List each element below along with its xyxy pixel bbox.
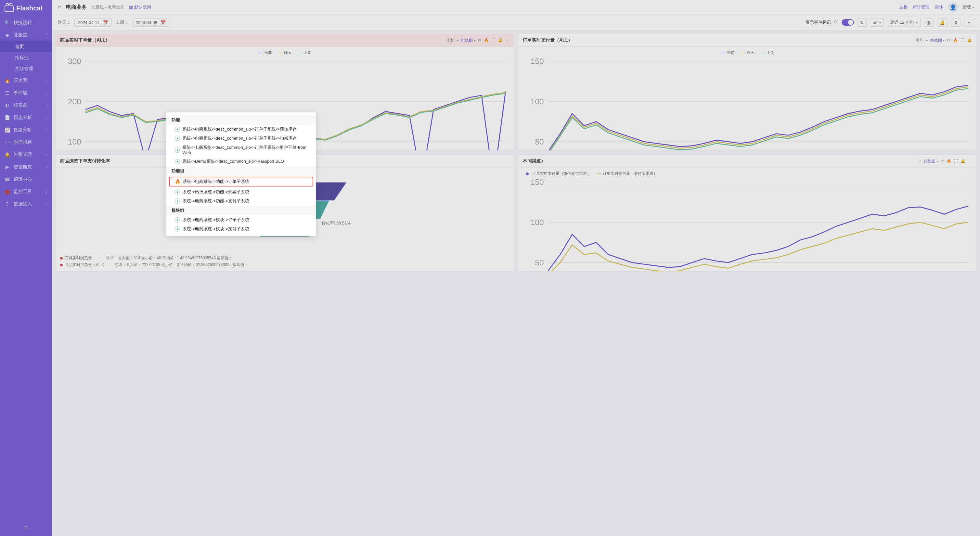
panel-refresh-icon[interactable]: ⟳ [941, 159, 944, 164]
event-marker-label: 展示事件标记 [805, 19, 831, 25]
link-docs[interactable]: 文档 [899, 4, 908, 10]
alert-bell-icon[interactable]: 🔔 [967, 38, 972, 43]
agg-label: 求和 [447, 38, 454, 43]
alert-bell-icon[interactable]: 🔔 [498, 38, 503, 43]
sidebar-item-label: 数据接入 [14, 201, 32, 207]
expand-icon[interactable]: ⛶ [961, 38, 964, 43]
toolbar: 昨天： 2024-04-14 📅 上周： 2024-04-08 📅 展示事件标记… [52, 14, 980, 30]
logo: Flashcat [0, 0, 52, 17]
header-bar: ⇄ 电商业务 北极星 / 电商业务 ▦ 默认空间 文档 审计管理 简体 👤 超管… [52, 0, 980, 14]
panel-header: 商品实时下单量（ALL） 求和▾ 折线图 ▾ ⟳ 🔥 ⛶ 🔔 ⋮ [56, 34, 514, 47]
line-chart[interactable]: 05010015012:0015:0018:0021:00 [523, 178, 972, 272]
sidebar-subitem[interactable]: 关联管理 [0, 64, 52, 75]
lastweek-date-picker[interactable]: 2024-04-08 📅 [132, 19, 170, 27]
popover-item[interactable]: ●系统->电商系统->功能->支付子系统 [166, 197, 316, 206]
yesterday-date: 2024-04-14 [78, 20, 100, 25]
refresh-button[interactable]: ↻ [857, 19, 867, 27]
sidebar-quick-jump[interactable]: 🔍 快捷跳转 [0, 17, 52, 29]
sidebar-item[interactable]: 🔥灭火图› [0, 75, 52, 87]
chart-type-select[interactable]: 折线图 ▾ [930, 38, 945, 43]
auto-refresh-select[interactable]: off ▾ [870, 19, 884, 27]
more-icon[interactable]: ⋮ [505, 38, 509, 43]
info-icon[interactable]: ⓘ [834, 19, 838, 25]
user-avatar[interactable]: 👤 [948, 3, 958, 12]
panel-payment-channels: 不同渠道） ▽ 折线图 ▾ ⟳ 🔥 ⛶ 🔔 ⋮ 订单实时支付量（微信支付渠道） [518, 154, 977, 272]
stat-row-name: 商城实时浏览量 [65, 256, 92, 260]
popover-item[interactable]: ●系统->电商系统->desc_common_slo->订单子系统->预扣库存 [166, 125, 316, 134]
droplet-icon: ● [175, 199, 180, 204]
settings-button[interactable]: ⚙ [951, 19, 961, 27]
popover-item[interactable]: ●系统->Demo系统->desc_common_slo->Passport S… [166, 157, 316, 166]
droplet-icon: ● [175, 159, 180, 164]
popover-item-label: 系统->电商系统->desc_common_slo->订单子系统->扣减库存 [183, 135, 297, 141]
nav-icon: ☎ [5, 177, 10, 182]
svg-text:200: 200 [68, 97, 81, 106]
sidebar-item[interactable]: 🧰监控工具› [0, 186, 52, 198]
sidebar-collapse-button[interactable]: ≡ [0, 520, 52, 536]
fire-icon[interactable]: 🔥 [947, 159, 951, 164]
popover-item[interactable]: ●系统->电商系统->模块->订单子系统 [166, 215, 316, 224]
chevron-down-icon: ˅ [46, 33, 48, 37]
dropdown-popover: 功能 ●系统->电商系统->desc_common_slo->订单子系统->预扣… [166, 112, 316, 236]
sidebar-item[interactable]: ↧数据接入› [0, 198, 52, 210]
chart-legend: 订单实时支付量（微信支付渠道） 订单实时支付量（支付宝渠道） [523, 171, 972, 177]
user-name: 超管 [963, 4, 971, 10]
space-selector[interactable]: ▦ 默认空间 [129, 4, 151, 10]
panel-refresh-icon[interactable]: ⟳ [478, 38, 481, 43]
time-range-select[interactable]: 最近 12 小时 ▾ [887, 18, 921, 27]
panel-title: 订单实时支付量（ALL） [523, 37, 573, 43]
popover-item[interactable]: ●系统->出行系统->功能->乘客子系统 [166, 188, 316, 197]
page-title: 电商业务 [66, 4, 87, 11]
panel-title: 不同渠道） [523, 158, 546, 164]
layout-button[interactable]: ▥ [924, 19, 934, 27]
chart-type-select[interactable]: 折线图 ▾ [924, 159, 938, 164]
popover-item-label: 系统->电商系统->模块->订单子系统 [183, 217, 249, 223]
expand-icon[interactable]: ⛶ [491, 38, 495, 43]
alert-bell-icon[interactable]: 🔔 [961, 159, 966, 164]
popover-item[interactable]: ●系统->电商系统->模块->支付子系统 [166, 224, 316, 234]
chart-legend: 当前 昨天 上周 [523, 50, 972, 56]
line-chart[interactable]: 05010015012:0015:0018:0021:00 [523, 57, 972, 151]
sidebar-item-label: 事件墙 [14, 90, 27, 96]
yesterday-date-picker[interactable]: 2024-04-14 📅 [75, 19, 112, 27]
chart-type-select[interactable]: 折线图 ▾ [461, 38, 476, 43]
stat-row-values: 平均 ↓ 最大值：237.00205 最小值：0 平均值：02.55625002… [115, 262, 248, 267]
more-icon[interactable]: ⋮ [968, 159, 972, 164]
expand-icon[interactable]: ⛶ [954, 159, 958, 164]
space-name: 默认空间 [134, 4, 151, 10]
sidebar-subitem[interactable]: 指标池 [0, 52, 52, 64]
event-marker-toggle[interactable] [842, 19, 854, 25]
sidebar-item[interactable]: ☰事件墙› [0, 87, 52, 99]
chevron-right-icon: › [46, 116, 48, 119]
sidebar-item-label: 链路分析 [14, 127, 32, 133]
fire-icon[interactable]: 🔥 [484, 38, 489, 43]
user-menu[interactable]: 超管 ▾ [963, 4, 974, 10]
caret-down-icon: ▾ [972, 6, 974, 9]
panel-refresh-icon[interactable]: ⟳ [947, 38, 950, 43]
fire-icon[interactable]: 🔥 [953, 38, 958, 43]
add-panel-button[interactable]: ＋ [964, 18, 974, 27]
filter-icon[interactable]: ▽ [918, 159, 921, 164]
sidebar-item[interactable]: ◆北极星˅ [0, 29, 52, 41]
sidebar-item[interactable]: ▶告警自愈› [0, 161, 52, 173]
nav-icon: 📈 [5, 127, 10, 132]
link-audit[interactable]: 审计管理 [913, 4, 930, 10]
sidebar-item[interactable]: 〰时序指标› [0, 136, 52, 148]
chevron-right-icon: › [46, 140, 48, 144]
sidebar-subitem[interactable]: 首页 [0, 41, 52, 52]
sidebar-item[interactable]: 📄日志分析› [0, 111, 52, 124]
popover-item-highlighted[interactable]: 🔥系统->电商系统->功能->订单子系统 [169, 177, 313, 186]
sidebar-item[interactable]: ☎值班中心› [0, 173, 52, 186]
time-range-value: 最近 12 小时 [890, 19, 914, 25]
sidebar-item[interactable]: 📈链路分析› [0, 124, 52, 136]
chevron-right-icon: › [46, 153, 48, 157]
popover-item[interactable]: ●系统->电商系统->desc_common_slo->订单子系统->用户下单-… [166, 143, 316, 157]
popover-section-heading: 功能组 [166, 166, 316, 176]
panel-footer-stats: 商城实时浏览量 求和 ↓ 最大值：310 最小值：48 平均值：143.9348… [56, 252, 514, 271]
alert-config-button[interactable]: 🔔 [937, 19, 948, 27]
popover-item-label: 系统->电商系统->功能->支付子系统 [183, 198, 249, 204]
sidebar-item[interactable]: ◐仪表盘› [0, 99, 52, 111]
link-lang[interactable]: 简体 [935, 4, 943, 10]
sidebar-item[interactable]: 🔔告警管理› [0, 148, 52, 161]
popover-item[interactable]: ●系统->电商系统->desc_common_slo->订单子系统->扣减库存 [166, 134, 316, 143]
